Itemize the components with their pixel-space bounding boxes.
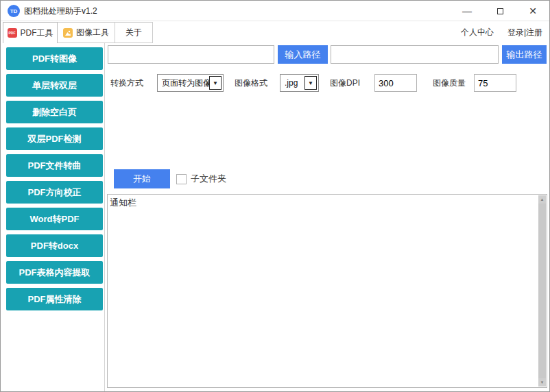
- sidebar-item-pdf-properties-clear[interactable]: PDF属性清除: [6, 288, 103, 310]
- sidebar-item-word-to-pdf[interactable]: Word转PDF: [6, 208, 103, 230]
- title-bar: TD 图档批处理助手v1.2 — ✕: [1, 1, 549, 21]
- tab-label: PDF工具: [21, 27, 53, 39]
- sidebar-item-double-layer-pdf-detect[interactable]: 双层PDF检测: [6, 127, 103, 150]
- close-button[interactable]: ✕: [516, 1, 549, 21]
- account-links: 个人中心 登录|注册: [461, 22, 542, 43]
- image-format-label: 图像格式: [235, 74, 267, 92]
- input-path-field[interactable]: [108, 45, 274, 64]
- profile-link[interactable]: 个人中心: [461, 27, 494, 38]
- tab-bar: PDF PDF工具 图像工具 关于 个人中心 登录|注册: [1, 22, 549, 43]
- scroll-up-icon[interactable]: ▲: [538, 195, 546, 204]
- image-format-value: .jpg: [285, 78, 298, 88]
- sidebar-item-pdf-to-docx[interactable]: PDF转docx: [6, 234, 103, 257]
- convert-mode-label: 转换方式: [110, 74, 143, 92]
- image-quality-field[interactable]: [474, 74, 516, 92]
- sidebar-item-single-to-double-layer[interactable]: 单层转双层: [6, 74, 103, 97]
- chevron-down-icon[interactable]: ▼: [304, 76, 317, 90]
- notification-panel: 通知栏 ▲ ▼: [107, 194, 547, 388]
- convert-mode-value: 页面转为图像: [162, 77, 211, 89]
- tab-label: 关于: [125, 27, 142, 38]
- sidebar-item-delete-blank-pages[interactable]: 删除空白页: [6, 101, 103, 123]
- sidebar-item-pdf-orientation-fix[interactable]: PDF方向校正: [6, 181, 103, 204]
- image-dpi-field[interactable]: [374, 74, 417, 92]
- start-button[interactable]: 开始: [114, 169, 170, 188]
- scroll-down-icon[interactable]: ▼: [538, 378, 546, 387]
- window-controls: — ✕: [451, 1, 549, 21]
- maximize-button[interactable]: [483, 1, 516, 21]
- minimize-button[interactable]: —: [451, 1, 483, 21]
- subfolder-checkbox[interactable]: [176, 174, 187, 184]
- vertical-scrollbar[interactable]: ▲ ▼: [538, 195, 546, 387]
- sidebar: PDF转图像 单层转双层 删除空白页 双层PDF检测 PDF文件转曲 PDF方向…: [1, 43, 105, 391]
- sidebar-item-pdf-to-curves[interactable]: PDF文件转曲: [6, 154, 103, 177]
- notification-title: 通知栏: [110, 197, 136, 209]
- image-dpi-label: 图像DPI: [330, 74, 360, 92]
- output-path-button[interactable]: 输出路径: [502, 45, 547, 64]
- input-path-button[interactable]: 输入路径: [278, 45, 328, 64]
- login-register-link[interactable]: 登录|注册: [507, 27, 542, 38]
- output-path-field[interactable]: [331, 45, 499, 64]
- tab-label: 图像工具: [76, 27, 109, 38]
- image-file-icon: [63, 28, 73, 38]
- tab-pdf-tools[interactable]: PDF PDF工具: [3, 22, 58, 43]
- sidebar-item-pdf-table-extract[interactable]: PDF表格内容提取: [6, 261, 103, 284]
- convert-mode-select[interactable]: 页面转为图像 ▼: [157, 74, 224, 92]
- chevron-down-icon[interactable]: ▼: [209, 76, 222, 90]
- maximize-icon: [497, 8, 503, 14]
- image-format-select[interactable]: .jpg ▼: [280, 74, 319, 92]
- subfolder-label: 子文件夹: [191, 169, 226, 188]
- app-logo-icon: TD: [8, 5, 20, 17]
- window-title: 图档批处理助手v1.2: [24, 1, 97, 21]
- image-quality-label: 图像质量: [433, 74, 466, 92]
- sidebar-item-pdf-to-image[interactable]: PDF转图像: [6, 47, 103, 70]
- tab-image-tools[interactable]: 图像工具: [57, 22, 115, 43]
- pdf-file-icon: PDF: [8, 28, 17, 38]
- tab-about[interactable]: 关于: [115, 22, 153, 43]
- app-window: TD 图档批处理助手v1.2 — ✕ PDF PDF工具 图像工具 关于 个人中…: [0, 0, 550, 392]
